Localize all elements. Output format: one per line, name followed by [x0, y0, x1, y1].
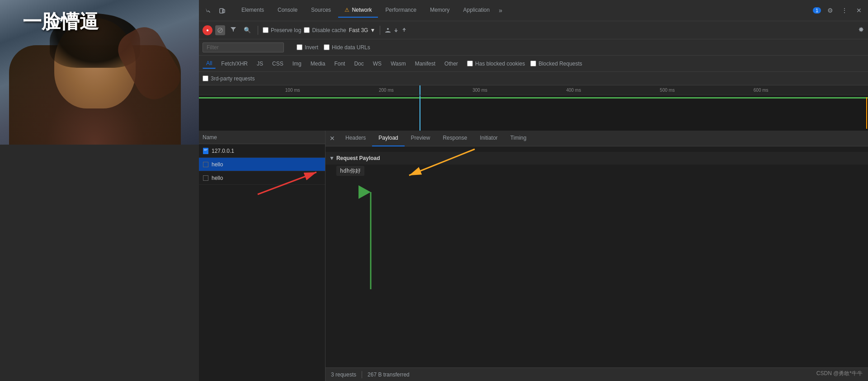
- payload-section: ▼ Request Payload hdh你好: [326, 150, 868, 180]
- type-btn-img[interactable]: Img: [289, 59, 305, 68]
- chinese-title: 一脸懵逼: [23, 9, 99, 34]
- settings-icon[interactable]: ⚙: [825, 5, 835, 16]
- left-panel: 一脸懵逼: [0, 0, 199, 381]
- tab-response[interactable]: Response: [436, 131, 473, 146]
- item-hello2-text: hello: [212, 175, 223, 181]
- tab-application[interactable]: Application: [457, 3, 496, 18]
- inspect-icon[interactable]: [203, 5, 213, 16]
- status-bar: 3 requests 267 B transferred: [326, 367, 868, 381]
- type-btn-wasm[interactable]: Wasm: [387, 59, 410, 68]
- tab-headers[interactable]: Headers: [339, 131, 372, 146]
- toolbar-right-settings[interactable]: [857, 26, 864, 34]
- item-checkbox-1: [203, 162, 208, 167]
- filter-bar: Invert Hide data URLs: [199, 39, 868, 56]
- type-btn-js[interactable]: JS: [253, 59, 267, 68]
- name-column-header: Name: [199, 131, 325, 144]
- payload-value: hdh你好: [336, 166, 364, 176]
- network-warning-icon: ⚠: [344, 7, 349, 13]
- network-icons: [385, 27, 407, 33]
- timeline-green-line: [199, 97, 868, 99]
- third-party-checkbox[interactable]: 3rd-party requests: [203, 75, 255, 82]
- filter-icon[interactable]: [228, 25, 239, 35]
- video-area: 一脸懵逼: [0, 0, 199, 145]
- svg-rect-7: [204, 150, 207, 151]
- item-checkbox-2: [203, 175, 208, 181]
- search-icon[interactable]: 🔍: [241, 25, 253, 35]
- invert-checkbox[interactable]: Invert: [297, 44, 318, 51]
- payload-arrow-icon: ▼: [329, 155, 335, 161]
- tab-initiator[interactable]: Initiator: [473, 131, 504, 146]
- tab-memory[interactable]: Memory: [424, 3, 456, 18]
- record-button[interactable]: ●: [203, 25, 212, 35]
- more-options-icon[interactable]: ⋮: [839, 5, 850, 16]
- hide-data-urls-checkbox[interactable]: Hide data URLs: [324, 44, 370, 51]
- tab-timing[interactable]: Timing: [504, 131, 533, 146]
- watermark: CSDN @勇敢*牛牛: [816, 370, 863, 377]
- chat-badge[interactable]: 1: [813, 7, 821, 14]
- tab-performance[interactable]: Performance: [379, 3, 423, 18]
- timeline-ruler: 100 ms 200 ms 300 ms 400 ms 500 ms 600 m…: [199, 85, 868, 95]
- filter-input[interactable]: [203, 42, 284, 52]
- header-right: 1 ⚙ ⋮ ✕: [813, 5, 864, 16]
- type-btn-manifest[interactable]: Manifest: [411, 59, 439, 68]
- header-icons: [203, 5, 228, 16]
- tick-300ms: 300 ms: [472, 88, 487, 93]
- type-btn-doc[interactable]: Doc: [350, 59, 367, 68]
- name-item-ip[interactable]: 127.0.0.1: [199, 144, 325, 158]
- tab-network[interactable]: ⚠ Network: [338, 3, 378, 18]
- close-devtools-icon[interactable]: ✕: [854, 5, 864, 16]
- has-blocked-cookies-checkbox[interactable]: Has blocked cookies: [467, 61, 525, 67]
- main-content: Name 127.0.0.1 hello: [199, 131, 868, 381]
- item-ip-text: 127.0.0.1: [212, 148, 234, 154]
- disable-cache-checkbox[interactable]: Disable cache: [304, 27, 346, 33]
- more-tabs-btn[interactable]: »: [497, 6, 504, 15]
- tab-preview[interactable]: Preview: [405, 131, 437, 146]
- payload-section-header[interactable]: ▼ Request Payload: [326, 152, 868, 165]
- toolbar-divider-2: [380, 26, 380, 35]
- tab-console[interactable]: Console: [271, 3, 304, 18]
- type-btn-media[interactable]: Media: [307, 59, 329, 68]
- type-btn-all[interactable]: All: [203, 59, 216, 69]
- item-hello1-text: hello: [212, 161, 223, 168]
- throttle-select[interactable]: Fast 3G ▼: [349, 27, 376, 33]
- toolbar-divider-1: [258, 26, 258, 35]
- checkbox-icon-2: [203, 175, 209, 181]
- timeline-cursor-body: [420, 95, 420, 131]
- tick-500ms: 500 ms: [660, 88, 675, 93]
- blocked-requests-checkbox[interactable]: Blocked Requests: [530, 61, 582, 67]
- transferred-size: 267 B transferred: [368, 372, 410, 378]
- preserve-log-checkbox[interactable]: Preserve log: [263, 27, 301, 33]
- type-checks: Has blocked cookies Blocked Requests: [467, 61, 582, 67]
- type-btn-ws[interactable]: WS: [369, 59, 385, 68]
- doc-icon: [203, 148, 209, 154]
- tab-sources[interactable]: Sources: [305, 3, 337, 18]
- detail-panel: ✕ Headers Payload Preview Response Initi…: [326, 131, 868, 381]
- detail-body: ▼ Request Payload hdh你好: [326, 146, 868, 367]
- timeline-area[interactable]: 100 ms 200 ms 300 ms 400 ms 500 ms 600 m…: [199, 85, 868, 131]
- type-btn-css[interactable]: CSS: [269, 59, 287, 68]
- tab-payload[interactable]: Payload: [372, 131, 404, 146]
- type-btn-font[interactable]: Font: [330, 59, 349, 68]
- device-toolbar-icon[interactable]: [217, 5, 228, 16]
- name-item-hello2[interactable]: hello: [199, 171, 325, 185]
- tick-100ms: 100 ms: [285, 88, 300, 93]
- tick-400ms: 400 ms: [566, 88, 581, 93]
- name-item-hello1[interactable]: hello: [199, 158, 325, 171]
- detail-close-btn[interactable]: ✕: [326, 131, 339, 146]
- tick-200ms: 200 ms: [379, 88, 394, 93]
- type-filter-bar: All Fetch/XHR JS CSS Img Media Font Doc …: [199, 56, 868, 72]
- type-btn-other[interactable]: Other: [441, 59, 462, 68]
- requests-count: 3 requests: [331, 372, 356, 378]
- type-btn-fetch[interactable]: Fetch/XHR: [217, 59, 251, 68]
- header-tabs: Elements Console Sources ⚠ Network Perfo…: [235, 3, 811, 18]
- network-toolbar: ● 🔍 Preserve log Disable cache Fast 3G ▼: [199, 21, 868, 39]
- stop-recording-button[interactable]: [215, 25, 225, 35]
- timeline-cursor: [420, 85, 420, 95]
- tick-600ms: 600 ms: [754, 88, 769, 93]
- svg-rect-5: [203, 148, 208, 154]
- status-divider: [362, 371, 362, 378]
- tab-elements[interactable]: Elements: [235, 3, 270, 18]
- name-list: Name 127.0.0.1 hello: [199, 131, 326, 381]
- devtools-header: Elements Console Sources ⚠ Network Perfo…: [199, 0, 868, 21]
- svg-line-3: [218, 28, 222, 32]
